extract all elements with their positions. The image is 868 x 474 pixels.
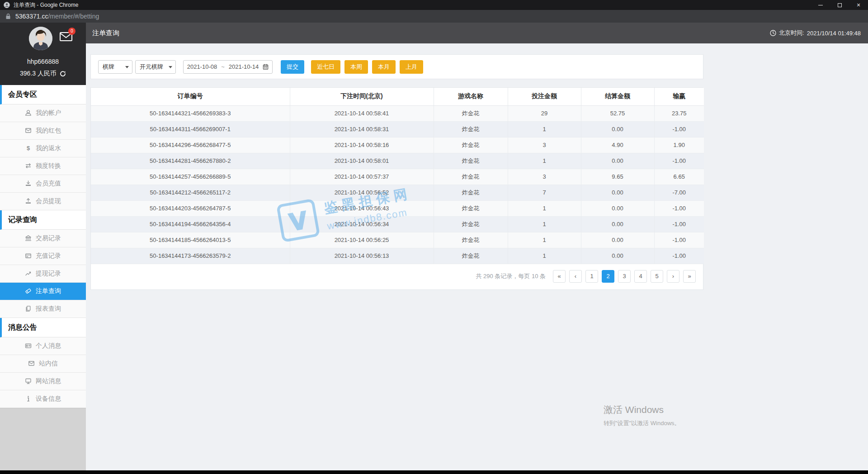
table-cell: 50-1634144281-4566267880-2	[91, 153, 290, 169]
refresh-balance-icon[interactable]	[60, 71, 66, 77]
column-header: 订单编号	[91, 88, 290, 105]
beijing-time: 北京时间: 2021/10/14 01:49:48	[770, 29, 868, 37]
sidebar-item-site-message[interactable]: 网站消息	[0, 373, 86, 390]
date-separator: ~	[221, 63, 225, 70]
quick-range-buttons: 近七日本周本月上月	[311, 60, 427, 74]
table-row: 50-1634144257-4566266889-52021-10-14 00:…	[91, 169, 704, 185]
page-button-5[interactable]: 5	[651, 270, 663, 283]
table-cell: 2021-10-14 00:56:25	[290, 232, 434, 248]
sidebar-item-rebate[interactable]: $我的返水	[0, 140, 86, 157]
table-cell: -1.00	[654, 121, 704, 137]
sidebar-item-label: 额度转换	[36, 162, 61, 170]
sidebar-item-withdraw-record[interactable]: 提现记录	[0, 265, 86, 283]
sidebar-item-personal-message[interactable]: 个人消息	[0, 337, 86, 355]
sidebar-item-label: 提现记录	[36, 270, 61, 278]
next-page-button[interactable]: ›	[667, 270, 679, 283]
url-path: /member/#/betting	[48, 13, 99, 20]
sidebar-item-transfer[interactable]: 额度转换	[0, 157, 86, 175]
table-row: 50-1634144321-4566269383-32021-10-14 00:…	[91, 105, 704, 121]
page-button-2[interactable]: 2	[602, 270, 614, 283]
sidebar-item-recharge-record[interactable]: 充值记录	[0, 247, 86, 265]
table-cell: 3	[508, 169, 581, 185]
sidebar-item-ticket[interactable]: 注单查询	[0, 283, 86, 300]
quick-range-button[interactable]: 上月	[400, 60, 423, 74]
category-select[interactable]: 棋牌	[98, 60, 132, 74]
table-cell: 52.75	[581, 105, 654, 121]
prev-page-button[interactable]: ‹	[569, 270, 582, 283]
table-cell: 0.00	[581, 121, 654, 137]
sidebar-item-red-packet[interactable]: 我的红包	[0, 122, 86, 140]
report-icon	[25, 305, 32, 313]
bank-icon	[25, 235, 32, 242]
column-header: 投注金额	[508, 88, 581, 105]
inbox-icon	[28, 360, 35, 367]
quick-range-button[interactable]: 本月	[372, 60, 396, 74]
table-cell: 9.65	[581, 169, 654, 185]
table-row: 50-1634144311-4566269007-12021-10-14 00:…	[91, 121, 704, 137]
quick-range-button[interactable]: 近七日	[311, 60, 340, 74]
first-page-button[interactable]: «	[553, 270, 566, 283]
table-cell: 50-1634144185-4566264013-5	[91, 232, 290, 248]
sidebar-item-withdraw[interactable]: 会员提现	[0, 193, 86, 210]
browser-window: 注单查询 - Google Chrome × 5363371.cc/member…	[0, 0, 868, 474]
table-cell: 2021-10-14 00:58:41	[290, 105, 434, 121]
window-title: 注单查询 - Google Chrome	[14, 1, 78, 9]
submit-button[interactable]: 提交	[281, 60, 304, 74]
table-cell: 2021-10-14 00:58:16	[290, 137, 434, 153]
site-message-icon	[25, 378, 32, 385]
records-table-card: 订单编号下注时间(北京)游戏名称投注金额结算金额输赢 50-1634144321…	[90, 87, 703, 290]
url-bar[interactable]: 5363371.cc/member/#/betting	[0, 10, 868, 23]
url-host: 5363371.cc	[15, 13, 48, 20]
sidebar-item-deposit[interactable]: 会员充值	[0, 175, 86, 193]
table-cell: 炸金花	[434, 153, 508, 169]
table-cell: 6.65	[654, 169, 704, 185]
date-range-picker[interactable]: 2021-10-08 ~ 2021-10-14	[183, 60, 273, 74]
date-end: 2021-10-14	[229, 63, 259, 70]
sidebar-item-label: 个人消息	[36, 342, 61, 350]
page-button-1[interactable]: 1	[585, 270, 598, 283]
sidebar-filler	[0, 408, 86, 470]
table-cell: 2021-10-14 00:56:52	[290, 185, 434, 200]
quick-range-button[interactable]: 本周	[344, 60, 368, 74]
sidebar-item-label: 交易记录	[36, 234, 61, 242]
sidebar-item-user[interactable]: 我的帐户	[0, 104, 86, 122]
page-button-3[interactable]: 3	[618, 270, 631, 283]
sidebar-item-device-info[interactable]: 设备信息	[0, 390, 86, 408]
device-info-icon	[25, 395, 32, 403]
sidebar-item-bank[interactable]: 交易记录	[0, 230, 86, 247]
table-cell: 2021-10-14 00:58:31	[290, 121, 434, 137]
sidebar-item-report[interactable]: 报表查询	[0, 300, 86, 318]
page-button-4[interactable]: 4	[634, 270, 647, 283]
table-cell: 2021-10-14 00:57:37	[290, 169, 434, 185]
user-icon	[25, 109, 32, 117]
date-start: 2021-10-08	[187, 63, 217, 70]
clock-label: 北京时间:	[779, 29, 804, 37]
lock-icon	[5, 13, 11, 19]
table-cell: 2021-10-14 00:56:43	[290, 200, 434, 216]
page-header: 注单查询 北京时间: 2021/10/14 01:49:48	[86, 23, 868, 43]
table-cell: 炸金花	[434, 185, 508, 200]
column-header: 下注时间(北京)	[290, 88, 434, 105]
clock-value: 2021/10/14 01:49:48	[807, 30, 861, 37]
sidebar-item-label: 充值记录	[36, 252, 61, 260]
withdraw-icon	[25, 198, 32, 205]
filter-panel: 棋牌 开元棋牌 2021-10-08 ~ 2021-10-14 提交 近七日	[90, 54, 703, 79]
red-packet-icon	[25, 127, 32, 134]
table-cell: 50-1634144311-4566269007-1	[91, 121, 290, 137]
sidebar-item-inbox[interactable]: 站内信	[0, 355, 86, 373]
sidebar-section-title: 会员专区	[0, 85, 86, 104]
close-button[interactable]: ×	[849, 0, 868, 10]
last-page-button[interactable]: »	[683, 270, 696, 283]
sidebar-item-label: 我的返水	[36, 144, 61, 152]
category-select-value: 棋牌	[103, 63, 114, 71]
restore-button[interactable]	[830, 0, 849, 10]
deposit-icon	[25, 180, 32, 187]
table-cell: 0.00	[581, 216, 654, 232]
table-row: 50-1634144173-4566263579-22021-10-14 00:…	[91, 248, 704, 264]
vendor-select[interactable]: 开元棋牌	[135, 60, 176, 74]
table-cell: 炸金花	[434, 121, 508, 137]
table-cell: 炸金花	[434, 137, 508, 153]
minimize-button[interactable]	[811, 0, 830, 10]
activation-title: 激活 Windows	[604, 403, 680, 416]
personal-message-icon	[25, 342, 32, 350]
